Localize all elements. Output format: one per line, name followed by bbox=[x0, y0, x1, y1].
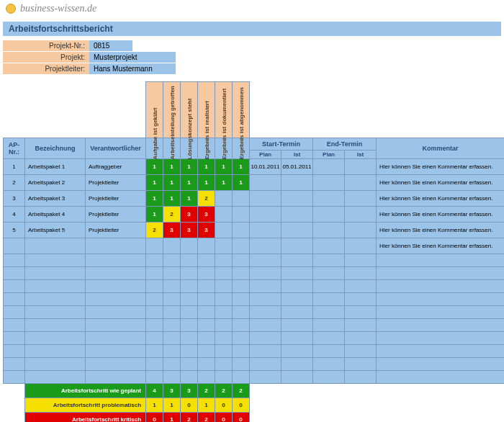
cell-bez[interactable] bbox=[25, 238, 86, 254]
cell-start-ist[interactable] bbox=[282, 175, 313, 191]
blank-cell[interactable] bbox=[198, 306, 215, 319]
cell-bez[interactable]: Arbeitspaket 2 bbox=[25, 175, 86, 191]
blank-cell[interactable] bbox=[198, 332, 215, 345]
cell-status[interactable]: 1 bbox=[163, 191, 181, 207]
blank-cell[interactable] bbox=[198, 358, 215, 371]
blank-cell[interactable] bbox=[215, 332, 233, 345]
blank-cell[interactable] bbox=[345, 280, 377, 293]
cell-status[interactable]: 2 bbox=[146, 223, 163, 238]
cell-status[interactable]: 1 bbox=[198, 175, 215, 191]
blank-cell[interactable] bbox=[377, 267, 504, 280]
cell-status[interactable]: 1 bbox=[146, 175, 163, 191]
cell-status[interactable] bbox=[215, 223, 233, 238]
cell-status[interactable] bbox=[215, 207, 233, 223]
cell-kommentar[interactable]: Hier können Sie einen Kommentar erfassen… bbox=[377, 159, 504, 175]
blank-cell[interactable] bbox=[25, 332, 86, 345]
meta-projektnr-value[interactable]: 0815 bbox=[89, 40, 132, 51]
blank-cell[interactable] bbox=[282, 332, 313, 345]
blank-cell[interactable] bbox=[233, 319, 250, 332]
blank-cell[interactable] bbox=[233, 371, 250, 384]
cell-kommentar[interactable]: Hier können Sie einen Kommentar erfassen… bbox=[377, 191, 504, 207]
blank-cell[interactable] bbox=[215, 358, 233, 371]
blank-cell[interactable] bbox=[86, 280, 146, 293]
cell-status[interactable] bbox=[233, 223, 250, 238]
cell-ap[interactable]: 5 bbox=[4, 223, 25, 238]
cell-ap[interactable] bbox=[4, 238, 25, 254]
cell-end-plan[interactable] bbox=[313, 159, 345, 175]
blank-cell[interactable] bbox=[4, 254, 25, 267]
blank-cell[interactable] bbox=[198, 280, 215, 293]
cell-status[interactable] bbox=[181, 238, 198, 254]
cell-bez[interactable]: Arbeitspaket 1 bbox=[25, 159, 86, 175]
meta-leiter-value[interactable]: Hans Mustermann bbox=[89, 63, 176, 74]
cell-status[interactable]: 3 bbox=[198, 223, 215, 238]
cell-bez[interactable]: Arbeitspaket 5 bbox=[25, 223, 86, 238]
cell-status[interactable] bbox=[233, 207, 250, 223]
blank-cell[interactable] bbox=[4, 345, 25, 358]
blank-cell[interactable] bbox=[345, 267, 377, 280]
blank-cell[interactable] bbox=[313, 254, 345, 267]
blank-cell[interactable] bbox=[345, 306, 377, 319]
blank-cell[interactable] bbox=[25, 358, 86, 371]
blank-cell[interactable] bbox=[4, 358, 25, 371]
cell-status[interactable]: 1 bbox=[181, 159, 198, 175]
cell-status[interactable]: 3 bbox=[163, 223, 181, 238]
blank-cell[interactable] bbox=[282, 358, 313, 371]
blank-cell[interactable] bbox=[163, 358, 181, 371]
blank-cell[interactable] bbox=[250, 254, 282, 267]
blank-cell[interactable] bbox=[25, 267, 86, 280]
cell-status[interactable]: 1 bbox=[146, 207, 163, 223]
cell-start-ist[interactable]: 05.01.2011 bbox=[282, 159, 313, 175]
blank-cell[interactable] bbox=[163, 293, 181, 306]
blank-cell[interactable] bbox=[215, 293, 233, 306]
blank-cell[interactable] bbox=[250, 267, 282, 280]
blank-cell[interactable] bbox=[86, 254, 146, 267]
cell-start-plan[interactable] bbox=[250, 207, 282, 223]
cell-status[interactable] bbox=[163, 238, 181, 254]
blank-cell[interactable] bbox=[25, 371, 86, 384]
blank-cell[interactable] bbox=[181, 293, 198, 306]
blank-cell[interactable] bbox=[4, 332, 25, 345]
blank-cell[interactable] bbox=[377, 358, 504, 371]
blank-cell[interactable] bbox=[377, 306, 504, 319]
blank-cell[interactable] bbox=[86, 345, 146, 358]
blank-cell[interactable] bbox=[181, 280, 198, 293]
cell-status[interactable]: 3 bbox=[198, 207, 215, 223]
blank-cell[interactable] bbox=[233, 293, 250, 306]
blank-cell[interactable] bbox=[163, 254, 181, 267]
blank-cell[interactable] bbox=[4, 306, 25, 319]
blank-cell[interactable] bbox=[377, 280, 504, 293]
blank-cell[interactable] bbox=[282, 345, 313, 358]
cell-ver[interactable]: Projektleiter bbox=[86, 191, 146, 207]
blank-cell[interactable] bbox=[181, 358, 198, 371]
meta-projekt-value[interactable]: Musterprojekt bbox=[89, 52, 176, 63]
cell-status[interactable] bbox=[233, 238, 250, 254]
blank-cell[interactable] bbox=[86, 371, 146, 384]
cell-date[interactable] bbox=[313, 238, 345, 254]
cell-end-ist[interactable] bbox=[345, 191, 377, 207]
blank-cell[interactable] bbox=[25, 293, 86, 306]
cell-status[interactable]: 1 bbox=[163, 175, 181, 191]
cell-status[interactable]: 1 bbox=[163, 159, 181, 175]
cell-ap[interactable]: 3 bbox=[4, 191, 25, 207]
blank-cell[interactable] bbox=[146, 319, 163, 332]
blank-cell[interactable] bbox=[250, 319, 282, 332]
blank-cell[interactable] bbox=[250, 306, 282, 319]
cell-start-ist[interactable] bbox=[282, 207, 313, 223]
blank-cell[interactable] bbox=[181, 345, 198, 358]
cell-status[interactable]: 1 bbox=[215, 175, 233, 191]
blank-cell[interactable] bbox=[86, 358, 146, 371]
blank-cell[interactable] bbox=[163, 332, 181, 345]
cell-kommentar[interactable]: Hier können Sie einen Kommentar erfassen… bbox=[377, 223, 504, 238]
blank-cell[interactable] bbox=[25, 280, 86, 293]
blank-cell[interactable] bbox=[181, 254, 198, 267]
blank-cell[interactable] bbox=[25, 319, 86, 332]
blank-cell[interactable] bbox=[181, 306, 198, 319]
blank-cell[interactable] bbox=[233, 306, 250, 319]
cell-status[interactable] bbox=[198, 238, 215, 254]
blank-cell[interactable] bbox=[146, 332, 163, 345]
cell-end-plan[interactable] bbox=[313, 207, 345, 223]
cell-status[interactable] bbox=[215, 191, 233, 207]
cell-status[interactable]: 1 bbox=[215, 159, 233, 175]
blank-cell[interactable] bbox=[198, 345, 215, 358]
